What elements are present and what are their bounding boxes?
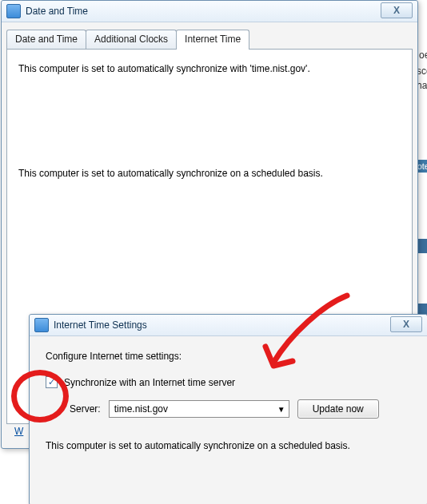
close-button[interactable]: X [381, 2, 413, 18]
tab-strip: Date and Time Additional Clocks Internet… [2, 22, 417, 49]
window-title: Internet Time Settings [54, 319, 147, 331]
server-combobox[interactable]: time.nist.gov ▼ [109, 400, 289, 418]
sync-message: This computer is set to automatically sy… [18, 62, 401, 76]
status-message: This computer is set to automatically sy… [46, 439, 411, 453]
tab-label: Date and Time [15, 34, 78, 45]
update-now-button[interactable]: Update now [297, 399, 379, 419]
close-button[interactable]: X [390, 316, 422, 332]
server-value: time.nist.gov [114, 403, 168, 415]
close-icon: X [393, 5, 400, 16]
synchronize-label: Synchronize with an Internet time server [64, 377, 235, 388]
tab-label: Internet Time [185, 34, 241, 45]
synchronize-checkbox[interactable] [46, 376, 58, 388]
server-label: Server: [70, 403, 101, 415]
titlebar[interactable]: Date and Time X [2, 1, 417, 22]
configure-heading: Configure Internet time settings: [46, 351, 411, 362]
schedule-message: This computer is set to automatically sy… [18, 167, 401, 181]
clock-icon [34, 318, 49, 332]
window-title: Date and Time [26, 6, 88, 17]
tab-additional-clocks[interactable]: Additional Clocks [86, 30, 177, 49]
titlebar[interactable]: Internet Time Settings X [30, 315, 427, 336]
close-icon: X [403, 319, 409, 330]
help-link-fragment[interactable]: W [14, 426, 23, 437]
tab-label: Additional Clocks [94, 34, 168, 45]
tab-date-and-time[interactable]: Date and Time [6, 30, 86, 49]
internet-time-settings-window: Internet Time Settings X Configure Inter… [29, 314, 427, 504]
button-label: Update now [313, 403, 364, 415]
tab-internet-time[interactable]: Internet Time [176, 30, 249, 50]
clock-icon [6, 4, 21, 18]
chevron-down-icon: ▼ [277, 405, 285, 414]
dialog-body: Configure Internet time settings: Synchr… [30, 336, 427, 470]
